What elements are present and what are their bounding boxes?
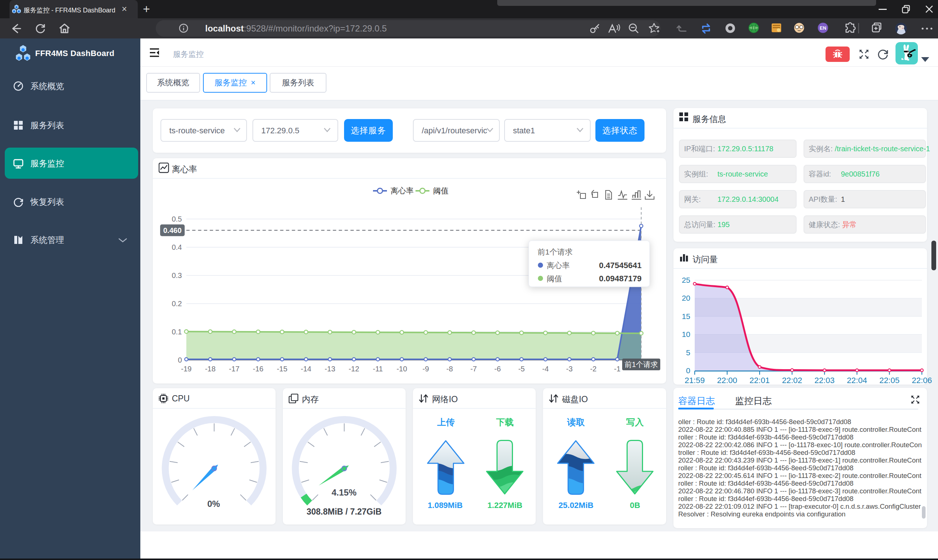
svg-text:22:00: 22:00	[717, 376, 737, 385]
svg-text:-4: -4	[542, 365, 549, 373]
svg-text:22:05: 22:05	[879, 376, 899, 385]
svg-text:-12: -12	[348, 365, 359, 373]
svg-text:15: 15	[682, 312, 690, 320]
svg-text:0: 0	[178, 356, 182, 364]
svg-text:-18: -18	[205, 365, 216, 373]
svg-text:22:02: 22:02	[782, 376, 802, 385]
svg-text:-6: -6	[494, 365, 501, 373]
svg-text:前1个请求: 前1个请求	[624, 360, 658, 368]
svg-text:0.09487179: 0.09487179	[599, 274, 642, 283]
svg-text:-16: -16	[253, 365, 263, 373]
svg-text:-19: -19	[181, 365, 192, 373]
svg-text:0: 0	[686, 366, 690, 375]
svg-text:前1个请求: 前1个请求	[538, 248, 573, 256]
svg-text:离心率: 离心率	[547, 261, 570, 269]
svg-text:EN: EN	[819, 25, 826, 31]
svg-text:阈值: 阈值	[547, 274, 562, 283]
svg-text:0.5: 0.5	[172, 215, 182, 223]
svg-text:22:06: 22:06	[912, 376, 932, 385]
svg-text:-7: -7	[470, 365, 477, 373]
svg-text:-9: -9	[422, 365, 429, 373]
svg-text:22:01: 22:01	[750, 376, 770, 385]
svg-text:0.1: 0.1	[172, 328, 182, 336]
svg-text:-17: -17	[229, 365, 240, 373]
svg-text:-14: -14	[301, 365, 311, 373]
svg-text:0.47545641: 0.47545641	[599, 261, 642, 270]
svg-text:0.3: 0.3	[172, 271, 182, 280]
svg-text:-3: -3	[566, 365, 573, 373]
svg-text:21:59: 21:59	[684, 376, 705, 385]
svg-text:0.460: 0.460	[163, 226, 181, 234]
svg-text:25: 25	[682, 276, 690, 284]
svg-text:10: 10	[682, 330, 690, 338]
svg-text:22:03: 22:03	[815, 376, 835, 385]
svg-text:0.2: 0.2	[172, 300, 182, 308]
svg-text:阈值: 阈值	[433, 186, 448, 195]
svg-text:5: 5	[686, 348, 690, 357]
svg-text:-2: -2	[590, 365, 596, 373]
svg-text:-11: -11	[373, 365, 383, 373]
svg-text:-13: -13	[325, 365, 335, 373]
svg-text:离心率: 离心率	[391, 186, 414, 195]
svg-text:-1: -1	[614, 365, 621, 373]
svg-text:0.4: 0.4	[172, 243, 182, 251]
svg-text:22:04: 22:04	[847, 376, 867, 385]
svg-text:-10: -10	[396, 365, 407, 373]
svg-text:-5: -5	[518, 365, 525, 373]
svg-text:-15: -15	[277, 365, 287, 373]
svg-text:20: 20	[682, 294, 690, 302]
svg-text:-8: -8	[446, 365, 453, 373]
